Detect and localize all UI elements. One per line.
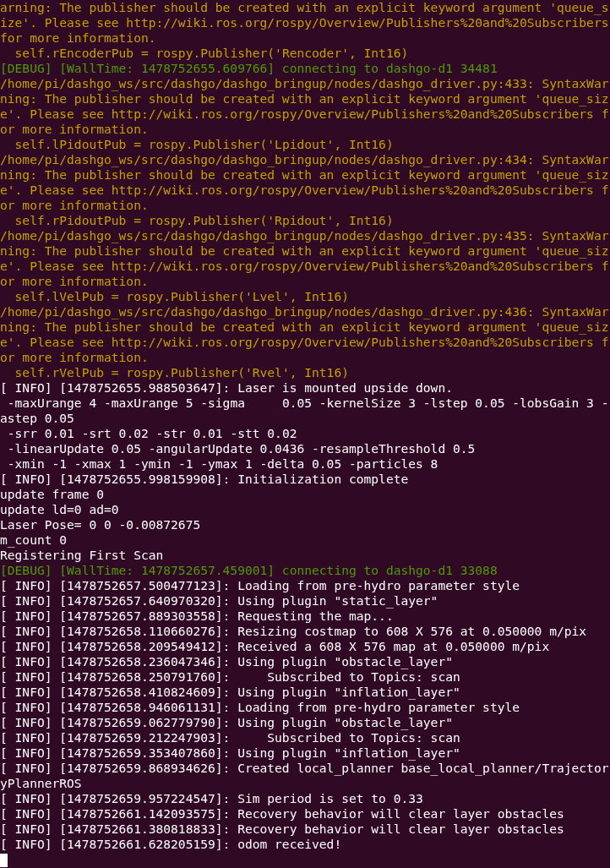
terminal-line: self.lPidoutPub = rospy.Publisher('Lpido… (0, 137, 394, 151)
terminal-line: update frame 0 (0, 487, 104, 501)
terminal-line: self.rVelPub = rospy.Publisher('Rvel', I… (0, 365, 349, 379)
terminal-line: -linearUpdate 0.05 -angularUpdate 0.0436… (0, 441, 475, 456)
terminal-line: arning: The publisher should be created … (0, 0, 610, 45)
terminal-line: [ INFO] [1478752658.209549412]: Received… (0, 639, 549, 653)
terminal-line: self.rPidoutPub = rospy.Publisher('Rpido… (0, 213, 394, 227)
terminal-line: [ INFO] [1478752659.353407860]: Using pl… (0, 745, 460, 760)
terminal-line: [ INFO] [1478752661.380818833]: Recovery… (0, 822, 564, 836)
terminal-line: Registering First Scan (0, 548, 163, 562)
terminal-output[interactable]: arning: The publisher should be created … (0, 0, 610, 867)
terminal-line: [ INFO] [1478752658.410824609]: Using pl… (0, 685, 460, 699)
terminal-line: [ INFO] [1478752658.250791760]: Subscrib… (0, 669, 460, 684)
terminal-line: self.lVelPub = rospy.Publisher('Lvel', I… (0, 289, 349, 303)
terminal-line: [ INFO] [1478752655.988503647]: Laser is… (0, 380, 453, 395)
terminal-line: [ INFO] [1478752657.889303558]: Requesti… (0, 609, 394, 623)
terminal-line: [ INFO] [1478752659.062779790]: Using pl… (0, 715, 453, 729)
terminal-line: /home/pi/dashgo_ws/src/dashgo/dashgo_bri… (0, 76, 608, 136)
terminal-line: [ INFO] [1478752658.946061131]: Loading … (0, 700, 520, 714)
terminal-line: [ INFO] [1478752661.142093575]: Recovery… (0, 806, 564, 821)
terminal-line: update ld=0 ad=0 (0, 502, 119, 516)
terminal-line: [DEBUG] [WallTime: 1478752657.459001] co… (0, 563, 498, 577)
terminal-line: [ INFO] [1478752658.236047346]: Using pl… (0, 654, 453, 669)
terminal-line: /home/pi/dashgo_ws/src/dashgo/dashgo_bri… (0, 304, 608, 364)
terminal-line: -xmin -1 -xmax 1 -ymin -1 -ymax 1 -delta… (0, 456, 438, 471)
terminal-line: /home/pi/dashgo_ws/src/dashgo/dashgo_bri… (0, 228, 608, 288)
terminal-line: [ INFO] [1478752658.110660276]: Resizing… (0, 624, 586, 638)
terminal-line: [ INFO] [1478752657.640970320]: Using pl… (0, 593, 438, 608)
terminal-line: -maxUrange 4 -maxUrange 5 -sigma 0.05 -k… (0, 396, 608, 425)
terminal-line: [ INFO] [1478752659.957224547]: Sim peri… (0, 791, 423, 805)
terminal-line: Laser Pose= 0 0 -0.00872675 (0, 517, 200, 532)
terminal-line: [DEBUG] [WallTime: 1478752655.609766] co… (0, 61, 498, 75)
terminal-cursor (0, 854, 8, 867)
terminal-line: [ INFO] [1478752655.998159908]: Initiali… (0, 472, 408, 486)
terminal-line: -srr 0.01 -srt 0.02 -str 0.01 -stt 0.02 (0, 426, 297, 440)
terminal-line: [ INFO] [1478752657.500477123]: Loading … (0, 578, 520, 592)
terminal-line: /home/pi/dashgo_ws/src/dashgo/dashgo_bri… (0, 152, 608, 212)
terminal-line: [ INFO] [1478752659.868934626]: Created … (0, 761, 608, 790)
terminal-line: self.rEncoderPub = rospy.Publisher('Renc… (0, 46, 408, 60)
terminal-line: [ INFO] [1478752661.628205159]: odom rec… (0, 837, 341, 851)
terminal-line: [ INFO] [1478752659.212247903]: Subscrib… (0, 730, 460, 745)
terminal-line: m_count 0 (0, 532, 67, 547)
